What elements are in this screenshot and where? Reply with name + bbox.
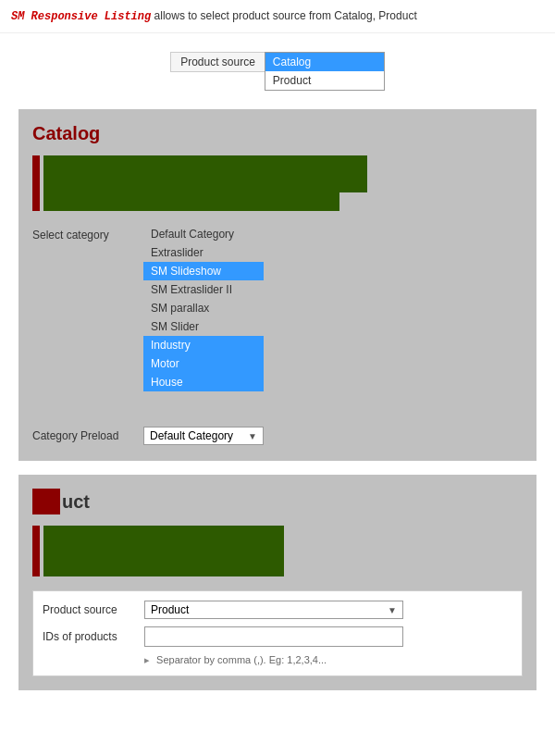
catalog-sidebar-indicator <box>32 155 40 211</box>
category-item-industry[interactable]: Industry <box>143 336 264 354</box>
category-item-sm-slideshow[interactable]: SM Slideshow <box>143 262 264 280</box>
category-listbox[interactable]: Default Category Extraslider SM Slidesho… <box>143 225 264 419</box>
product-section: uct Product source Product ▼ IDs of prod… <box>18 475 536 690</box>
category-item-default[interactable]: Default Category <box>143 225 264 243</box>
panel-product-source-arrow-icon: ▼ <box>388 605 397 615</box>
panel-ids-row: IDs of products <box>43 626 512 647</box>
product-source-top-label: Product source <box>170 52 265 72</box>
panel-product-source-row: Product source Product ▼ <box>43 601 512 619</box>
category-preload-value: Default Category <box>150 429 233 442</box>
hint-text: Separator by comma (,). Eg: 1,2,3,4... <box>156 654 327 665</box>
product-title-text: uct <box>62 491 90 513</box>
category-listbox-container: Default Category Extraslider SM Slidesho… <box>143 225 264 419</box>
category-item-extraslider[interactable]: Extraslider <box>143 243 264 262</box>
category-item-sm-slider[interactable]: SM Slider <box>143 317 264 336</box>
category-preload-label: Category Preload <box>32 429 143 442</box>
category-item-sm-parallax[interactable]: SM parallax <box>143 299 264 317</box>
product-source-option-catalog[interactable]: Catalog <box>265 53 384 71</box>
top-banner: SM Responsive Listing allows to select p… <box>0 0 555 33</box>
main-content: Catalog Select category Default Category… <box>0 100 555 700</box>
catalog-title: Catalog <box>32 123 523 144</box>
category-preload-row: Category Preload Default Category ▼ <box>32 427 523 445</box>
panel-product-source-label: Product source <box>43 603 144 616</box>
select-category-label: Select category <box>32 225 143 242</box>
category-item-motor[interactable]: Motor <box>143 354 264 373</box>
product-source-top-dropdown[interactable]: Catalog Product <box>265 52 385 91</box>
product-green-bar-wrapper <box>32 526 523 576</box>
catalog-green-bar-wrapper <box>32 155 523 211</box>
product-source-top-row: Product source Catalog Product <box>0 33 555 100</box>
panel-product-source-value: Product <box>151 603 189 616</box>
category-preload-arrow-icon: ▼ <box>248 431 257 441</box>
product-sidebar-indicator <box>32 526 40 576</box>
panel-hint: ▸ Separator by comma (,). Eg: 1,2,3,4... <box>144 654 512 666</box>
hint-icon: ▸ <box>144 654 150 665</box>
catalog-green-bar-notch <box>339 155 367 192</box>
product-source-panel: Product source Product ▼ IDs of products… <box>32 590 523 676</box>
product-green-bar <box>43 526 284 576</box>
product-source-option-product[interactable]: Product <box>265 71 384 90</box>
category-item-empty[interactable] <box>143 391 264 410</box>
catalog-section: Catalog Select category Default Category… <box>18 109 536 461</box>
banner-rest: allows to select product source from Cat… <box>154 9 417 22</box>
panel-ids-input[interactable] <box>144 626 403 647</box>
select-category-row: Select category Default Category Extrasl… <box>32 225 523 419</box>
product-title: uct <box>32 489 523 514</box>
catalog-green-bar <box>43 155 339 211</box>
category-preload-select[interactable]: Default Category ▼ <box>143 427 264 445</box>
category-item-sm-extraslider-ii[interactable]: SM Extraslider II <box>143 280 264 299</box>
panel-product-source-select[interactable]: Product ▼ <box>144 601 403 619</box>
panel-ids-label: IDs of products <box>43 630 144 643</box>
banner-highlight: SM Responsive Listing <box>11 10 151 23</box>
product-title-red-block <box>32 489 60 514</box>
category-item-house[interactable]: House <box>143 373 264 391</box>
